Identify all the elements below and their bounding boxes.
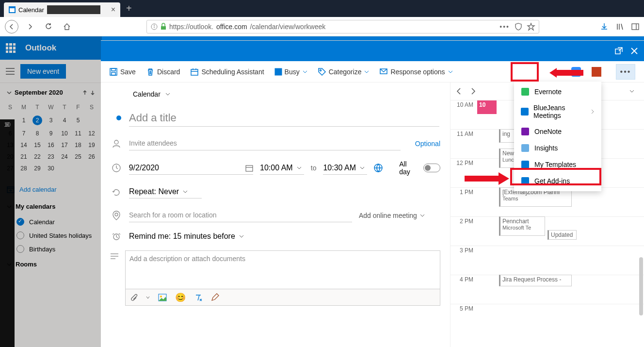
calendar-day[interactable]: 16 bbox=[45, 140, 57, 150]
calendar-day[interactable]: 12 bbox=[85, 128, 98, 139]
new-tab-button[interactable]: + bbox=[126, 3, 132, 14]
prev-month-icon[interactable] bbox=[82, 90, 87, 95]
title-input[interactable] bbox=[129, 110, 439, 127]
scheduling-assistant-button[interactable]: Scheduling Assistant bbox=[191, 68, 264, 76]
calendar-day[interactable]: 10 bbox=[58, 128, 71, 139]
calendar-checkbox[interactable] bbox=[16, 245, 24, 253]
address-bar[interactable]: https://outlook.office.com/calendar/view… bbox=[146, 20, 539, 33]
calendar-day[interactable]: 6 bbox=[4, 128, 16, 139]
calendar-day[interactable]: 25 bbox=[72, 151, 84, 162]
calendar-day[interactable]: 23 bbox=[45, 151, 57, 162]
calendar-day[interactable]: 22 bbox=[31, 151, 44, 162]
calendar-day[interactable]: 21 bbox=[17, 151, 30, 162]
calendar-day[interactable]: 27 bbox=[4, 163, 16, 174]
hamburger-icon[interactable] bbox=[6, 68, 15, 75]
calendar-day[interactable]: 14 bbox=[17, 140, 30, 150]
download-icon[interactable] bbox=[600, 23, 608, 31]
calendar-day[interactable]: 26 bbox=[85, 151, 98, 162]
home-button[interactable] bbox=[60, 20, 74, 33]
calendar-event[interactable]: PennchartMicrosoft Te bbox=[499, 216, 545, 236]
popout-icon[interactable] bbox=[615, 47, 623, 55]
calendar-event[interactable]: Updated bbox=[547, 230, 577, 240]
calendar-list-item[interactable]: United States holidays bbox=[3, 229, 99, 242]
allday-toggle[interactable] bbox=[423, 164, 440, 172]
calendar-list-item[interactable]: Birthdays bbox=[3, 242, 99, 256]
chevron-down-icon[interactable] bbox=[146, 296, 150, 299]
timezone-icon[interactable] bbox=[374, 164, 383, 172]
description-input[interactable]: Add a description or attach documents bbox=[125, 250, 440, 289]
calendar-day[interactable]: 15 bbox=[31, 140, 44, 150]
menu-item[interactable]: Get Add-ins bbox=[514, 173, 601, 189]
rooms-header[interactable]: Rooms bbox=[3, 256, 99, 273]
calendar-day[interactable]: 11 bbox=[72, 128, 84, 139]
calendar-day[interactable]: 8 bbox=[31, 128, 44, 139]
categorize-dropdown[interactable]: Categorize bbox=[318, 68, 370, 76]
optional-link[interactable]: Optional bbox=[415, 140, 440, 148]
new-event-button[interactable]: New event bbox=[20, 64, 66, 79]
forward-button[interactable] bbox=[23, 20, 37, 33]
browser-tab[interactable]: Calendar × bbox=[4, 2, 120, 17]
calendar-day[interactable]: 1 bbox=[17, 114, 30, 127]
sidebar-toggle-icon[interactable] bbox=[631, 23, 639, 31]
menu-item[interactable]: BlueJeans Meetings bbox=[514, 100, 601, 123]
calendar-day[interactable]: 24 bbox=[58, 151, 71, 162]
calendar-day[interactable]: 19 bbox=[85, 140, 98, 150]
reminder-dropdown[interactable]: Remind me: 15 minutes before bbox=[129, 232, 244, 241]
bookmark-star-icon[interactable] bbox=[527, 23, 535, 31]
page-actions-icon[interactable]: ••• bbox=[499, 23, 510, 31]
calendar-day[interactable]: 28 bbox=[17, 163, 30, 174]
calendar-checkbox[interactable] bbox=[16, 218, 24, 226]
calendar-day[interactable]: 20 bbox=[4, 151, 16, 162]
calendar-list-item[interactable]: Calendar bbox=[3, 215, 99, 229]
add-calendar-button[interactable]: Add calendar bbox=[3, 181, 99, 198]
menu-item[interactable]: OneNote bbox=[514, 123, 601, 140]
chevron-down-icon[interactable] bbox=[629, 89, 634, 94]
next-day-icon[interactable] bbox=[469, 87, 477, 95]
close-icon[interactable] bbox=[630, 47, 638, 55]
pen-icon[interactable] bbox=[211, 294, 219, 301]
attachment-icon[interactable] bbox=[130, 294, 137, 301]
repeat-dropdown[interactable]: Repeat: Never bbox=[129, 185, 202, 198]
calendar-event[interactable]: Jira Request Process - bbox=[499, 275, 572, 286]
calendar-day[interactable]: 5 bbox=[72, 114, 84, 127]
menu-item[interactable]: Evernote bbox=[514, 83, 601, 100]
attendees-input[interactable] bbox=[129, 136, 401, 150]
addin-icon[interactable] bbox=[592, 67, 601, 77]
start-time-picker[interactable]: 10:00 AM bbox=[260, 162, 304, 175]
calendar-day[interactable]: 2 bbox=[31, 114, 44, 127]
location-input[interactable] bbox=[129, 208, 352, 222]
library-icon[interactable] bbox=[616, 23, 624, 31]
end-time-picker[interactable]: 10:30 AM bbox=[323, 162, 367, 175]
shield-icon[interactable] bbox=[515, 23, 522, 31]
app-launcher-icon[interactable] bbox=[6, 43, 16, 53]
calendar-day[interactable]: 9 bbox=[45, 128, 57, 139]
calendar-day[interactable]: 3 bbox=[45, 114, 57, 127]
calendar-day[interactable]: 30 bbox=[45, 163, 57, 174]
menu-item[interactable]: Insights bbox=[514, 140, 601, 156]
date-picker[interactable]: 9/2/2020 bbox=[129, 162, 253, 175]
prev-day-icon[interactable] bbox=[455, 87, 463, 95]
chevron-down-icon[interactable] bbox=[165, 92, 170, 97]
discard-button[interactable]: Discard bbox=[146, 68, 180, 76]
format-clear-icon[interactable] bbox=[194, 294, 202, 301]
zoom-addin-icon[interactable] bbox=[571, 67, 581, 77]
response-options-dropdown[interactable]: Response options bbox=[380, 68, 452, 76]
tab-close-icon[interactable]: × bbox=[111, 5, 115, 14]
save-button[interactable]: Save bbox=[110, 68, 136, 76]
calendar-crumb[interactable]: Calendar bbox=[133, 90, 161, 98]
scrollbar[interactable] bbox=[639, 257, 643, 315]
calendar-day[interactable]: 18 bbox=[72, 140, 84, 150]
mini-calendar[interactable]: SMTWTFS 30311234567891011121314151617181… bbox=[3, 101, 99, 176]
calendar-day[interactable]: 4 bbox=[58, 114, 71, 127]
chevron-down-icon[interactable] bbox=[7, 90, 12, 95]
calendar-checkbox[interactable] bbox=[16, 231, 24, 239]
my-calendars-header[interactable]: My calendars bbox=[3, 198, 99, 215]
add-online-meeting[interactable]: Add online meeting bbox=[359, 212, 425, 219]
calendar-day[interactable]: 7 bbox=[17, 128, 30, 139]
busy-dropdown[interactable]: Busy bbox=[275, 68, 307, 76]
next-month-icon[interactable] bbox=[90, 90, 95, 95]
calendar-day[interactable]: 29 bbox=[31, 163, 44, 174]
calendar-day[interactable]: 13 bbox=[4, 140, 16, 150]
more-options-button[interactable]: ••• bbox=[616, 64, 635, 80]
calendar-day[interactable]: 17 bbox=[58, 140, 71, 150]
